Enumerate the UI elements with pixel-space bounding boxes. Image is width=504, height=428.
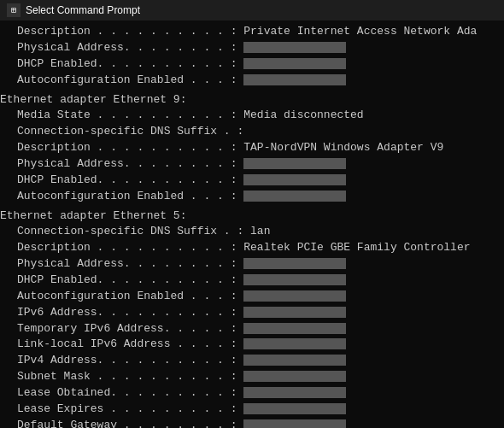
cmd-icon: ⊞ [7, 3, 21, 17]
line: Connection-specific DNS Suffix . : lan [0, 224, 504, 240]
value-redacted [243, 42, 346, 53]
value: TAP-NordVPN Windows Adapter V9 [243, 141, 443, 154]
label: Link-local IPv6 Address . . . . : [17, 337, 243, 350]
value: Media disconnected [243, 108, 363, 121]
title-bar: ⊞ Select Command Prompt [0, 0, 504, 21]
label: Subnet Mask . . . . . . . . . . : [17, 370, 243, 383]
console-content: Description . . . . . . . . . . : Privat… [0, 21, 504, 428]
line: DHCP Enabled. . . . . . . . . . : [0, 273, 504, 289]
line: Autoconfiguration Enabled . . . : [0, 73, 504, 89]
value-redacted [243, 307, 346, 318]
value-redacted [243, 355, 346, 366]
label: Media State . . . . . . . . . . : [17, 108, 243, 121]
label: Temporary IPv6 Address. . . . . : [17, 322, 243, 335]
line: Description . . . . . . . . . . : Realte… [0, 240, 504, 256]
ethernet5-section: Ethernet adapter Ethernet 5: Connection-… [0, 204, 504, 428]
value-redacted [243, 174, 346, 185]
value-redacted [243, 371, 346, 382]
line: Default Gateway . . . . . . . . : [0, 418, 504, 428]
label: Description . . . . . . . . . . : [17, 241, 243, 254]
value-redacted [243, 323, 346, 334]
line: Lease Expires . . . . . . . . . : [0, 402, 504, 418]
line: DHCP Enabled. . . . . . . . . . : [0, 173, 504, 189]
value-redacted [243, 74, 346, 85]
section-header: Ethernet adapter Ethernet 5: [0, 204, 504, 224]
value-redacted [243, 290, 346, 302]
line: Description . . . . . . . . . . : TAP-No… [0, 140, 504, 156]
line: Connection-specific DNS Suffix . : [0, 124, 504, 140]
label: Physical Address. . . . . . . . : [17, 41, 243, 54]
value: lan [250, 225, 270, 237]
top-section: Description . . . . . . . . . . : Privat… [0, 24, 504, 88]
line: Physical Address. . . . . . . . : [0, 256, 504, 273]
line: Lease Obtained. . . . . . . . . : [0, 385, 504, 402]
line: Physical Address. . . . . . . . : [0, 156, 504, 173]
value-redacted [243, 258, 346, 269]
label: Lease Expires . . . . . . . . . : [17, 402, 243, 415]
label: IPv6 Address. . . . . . . . . . : [17, 306, 243, 319]
value-redacted [243, 387, 346, 398]
line: Temporary IPv6 Address. . . . . : [0, 321, 504, 337]
label: DHCP Enabled. . . . . . . . . . : [17, 57, 243, 70]
value: Realtek PCIe GBE Family Controller [243, 241, 470, 254]
ethernet9-section: Ethernet adapter Ethernet 9: Media State… [0, 88, 504, 204]
label: Default Gateway . . . . . . . . : [17, 419, 243, 428]
line: Link-local IPv6 Address . . . . : [0, 337, 504, 353]
label: Autoconfiguration Enabled . . . : [17, 190, 243, 202]
line: IPv6 Address. . . . . . . . . . : [0, 305, 504, 321]
value-redacted [243, 338, 346, 349]
section-header: Ethernet adapter Ethernet 9: [0, 88, 504, 108]
line: Subnet Mask . . . . . . . . . . : [0, 369, 504, 385]
line: Description . . . . . . . . . . : Privat… [0, 24, 504, 40]
line: Media State . . . . . . . . . . : Media … [0, 108, 504, 124]
label: DHCP Enabled. . . . . . . . . . : [17, 173, 243, 186]
label: Physical Address. . . . . . . . : [17, 157, 243, 170]
label: Lease Obtained. . . . . . . . . : [17, 386, 243, 399]
value-redacted [243, 191, 346, 202]
line: Physical Address. . . . . . . . : [0, 40, 504, 56]
value: Private Internet Access Network Ada [243, 25, 477, 38]
value-redacted [243, 419, 346, 428]
label: DHCP Enabled. . . . . . . . . . : [17, 273, 243, 286]
label: Description . . . . . . . . . . : [17, 25, 243, 38]
label: Connection-specific DNS Suffix . : [17, 225, 250, 237]
label: Description . . . . . . . . . . : [17, 141, 243, 154]
line: IPv4 Address. . . . . . . . . . : [0, 353, 504, 369]
label: Autoconfiguration Enabled . . . : [17, 290, 243, 302]
label: IPv4 Address. . . . . . . . . . : [17, 354, 243, 366]
line: DHCP Enabled. . . . . . . . . . : [0, 56, 504, 73]
line: Autoconfiguration Enabled . . . : [0, 189, 504, 205]
label: Physical Address. . . . . . . . : [17, 257, 243, 270]
label: Connection-specific DNS Suffix . : [17, 125, 243, 138]
window-title: Select Command Prompt [26, 4, 140, 16]
value-redacted [243, 403, 346, 414]
line: Autoconfiguration Enabled . . . : [0, 289, 504, 305]
label: Autoconfiguration Enabled . . . : [17, 73, 243, 86]
value-redacted [243, 274, 346, 285]
value-redacted [243, 58, 346, 69]
value-redacted [243, 158, 346, 169]
